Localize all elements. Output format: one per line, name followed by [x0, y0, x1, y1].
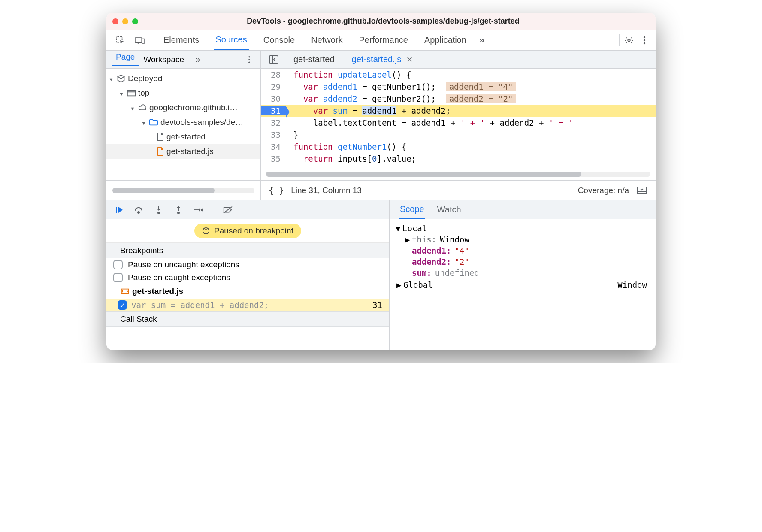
window-controls: [112, 18, 138, 24]
scope-panel: Scope Watch ▼Local ▶this:Window addend1:…: [390, 200, 656, 350]
coverage-status: Coverage: n/a: [578, 186, 629, 195]
step-over-icon[interactable]: [134, 205, 144, 215]
deactivate-breakpoints-icon[interactable]: [223, 205, 233, 215]
code-line-31[interactable]: 31 var sum = addend1 + addend2;: [261, 105, 656, 117]
close-tab-icon[interactable]: ✕: [406, 55, 413, 64]
debugger-sidebar: Paused on breakpoint Breakpoints Pause o…: [106, 200, 390, 350]
tree-domain[interactable]: googlechrome.github.i…: [106, 100, 260, 115]
toggle-drawer-icon[interactable]: [636, 184, 648, 196]
scope-var-addend2[interactable]: addend2:"2": [396, 256, 650, 267]
svg-point-17: [138, 212, 139, 213]
code-line-33[interactable]: 33}: [261, 129, 656, 141]
main-toolbar: ElementsSourcesConsoleNetworkPerformance…: [106, 30, 656, 51]
pause-caught-row[interactable]: Pause on caught exceptions: [106, 271, 389, 284]
code-line-30[interactable]: 30 var addend2 = getNumber2(); addend2 =…: [261, 93, 656, 105]
tab-network[interactable]: Network: [309, 31, 344, 49]
toggle-navigator-icon[interactable]: [268, 54, 280, 66]
file-navigator: Deployed top googlechrome.github.i… devt…: [106, 69, 261, 180]
svg-point-3: [628, 39, 630, 42]
code-editor: 28function updateLabel() {29 var addend1…: [261, 69, 656, 180]
scope-local-header[interactable]: ▼Local: [396, 223, 650, 234]
titlebar: DevTools - googlechrome.github.io/devtoo…: [106, 13, 656, 30]
pause-uncaught-row[interactable]: Pause on uncaught exceptions: [106, 258, 389, 271]
info-icon: [202, 227, 210, 235]
svg-point-7: [248, 56, 250, 57]
paused-banner: Paused on breakpoint: [106, 219, 389, 243]
close-window-button[interactable]: [112, 18, 118, 24]
workspace-tab[interactable]: Workspace: [139, 55, 188, 64]
inspect-icon[interactable]: [114, 34, 126, 46]
tree-folder[interactable]: devtools-samples/de…: [106, 115, 260, 130]
tab-application[interactable]: Application: [423, 31, 468, 49]
svg-point-5: [644, 39, 645, 41]
breakpoint-line-number: 31: [372, 300, 382, 310]
folder-icon: [149, 119, 158, 126]
breakpoint-checkbox[interactable]: ✓: [118, 300, 127, 310]
code-line-28[interactable]: 28function updateLabel() {: [261, 69, 656, 81]
file-tab-get-started-js[interactable]: get-started.js ✕: [348, 54, 417, 64]
code-line-32[interactable]: 32 label.textContent = addend1 + ' + ' +…: [261, 117, 656, 129]
tab-sources[interactable]: Sources: [214, 30, 248, 50]
page-tab[interactable]: Page: [112, 52, 139, 66]
device-toggle-icon[interactable]: [134, 34, 146, 46]
breakpoint-item[interactable]: ✓ var sum = addend1 + addend2; 31: [106, 299, 389, 311]
debugger-toolbar: [106, 200, 389, 219]
code-line-34[interactable]: 34function getNumber1() {: [261, 141, 656, 153]
svg-rect-1: [135, 38, 142, 42]
breakpoints-section-header[interactable]: Breakpoints: [106, 243, 389, 258]
tree-top[interactable]: top: [106, 86, 260, 100]
svg-point-4: [644, 36, 645, 38]
svg-point-9: [248, 61, 250, 63]
file-tab-get-started[interactable]: get-started: [290, 54, 338, 64]
pretty-print-icon[interactable]: { }: [269, 185, 284, 196]
svg-point-21: [178, 212, 179, 214]
svg-rect-12: [127, 91, 135, 96]
checkbox-caught[interactable]: [113, 273, 123, 282]
navigator-menu-icon[interactable]: [243, 54, 255, 66]
kebab-menu-icon[interactable]: [638, 34, 650, 46]
window-title: DevTools - googlechrome.github.io/devtoo…: [138, 17, 650, 26]
scope-global[interactable]: ▶Global Window: [396, 278, 650, 290]
svg-rect-16: [116, 207, 117, 213]
more-tabs-icon[interactable]: »: [476, 34, 488, 46]
tree-file-js[interactable]: get-started.js: [106, 144, 260, 159]
status-bar: { } Line 31, Column 13 Coverage: n/a: [106, 180, 656, 200]
checkbox-uncaught[interactable]: [113, 260, 123, 269]
js-file-icon: [157, 147, 164, 156]
more-navigator-tabs-icon[interactable]: »: [192, 54, 204, 66]
svg-point-19: [158, 212, 160, 214]
tab-performance[interactable]: Performance: [357, 31, 410, 49]
zoom-window-button[interactable]: [132, 18, 138, 24]
tree-file-html[interactable]: get-started: [106, 130, 260, 144]
step-out-icon[interactable]: [173, 205, 184, 215]
scope-var-addend1[interactable]: addend1:"4": [396, 245, 650, 256]
callstack-section-header[interactable]: Call Stack: [106, 311, 389, 327]
cloud-icon: [138, 104, 147, 111]
tab-console[interactable]: Console: [262, 31, 296, 49]
devtools-window: DevTools - googlechrome.github.io/devtoo…: [106, 13, 656, 350]
svg-point-8: [248, 59, 250, 60]
tab-elements[interactable]: Elements: [162, 31, 201, 49]
scope-this[interactable]: ▶this:Window: [396, 234, 650, 245]
breakpoint-file-icon: [121, 288, 129, 294]
svg-point-6: [644, 42, 645, 44]
svg-rect-2: [142, 39, 145, 43]
code-line-35[interactable]: 35 return inputs[0].value;: [261, 153, 656, 165]
step-into-icon[interactable]: [154, 205, 164, 215]
navigator-h-scrollbar[interactable]: [112, 188, 254, 193]
tree-deployed[interactable]: Deployed: [106, 71, 260, 86]
scope-var-sum[interactable]: sum:undefined: [396, 267, 650, 278]
breakpoint-file-header[interactable]: get-started.js: [106, 284, 389, 299]
svg-point-27: [206, 229, 206, 230]
file-icon: [157, 133, 164, 141]
code-line-29[interactable]: 29 var addend1 = getNumber1(); addend1 =…: [261, 81, 656, 93]
editor-h-scrollbar[interactable]: [266, 172, 650, 178]
watch-tab[interactable]: Watch: [436, 201, 462, 218]
sources-subtoolbar: Page Workspace » get-started get-started…: [106, 51, 656, 69]
minimize-window-button[interactable]: [122, 18, 128, 24]
resume-icon[interactable]: [114, 205, 124, 215]
svg-point-23: [201, 209, 203, 211]
scope-tab[interactable]: Scope: [399, 200, 425, 219]
step-icon[interactable]: [193, 205, 203, 215]
settings-icon[interactable]: [623, 34, 635, 46]
